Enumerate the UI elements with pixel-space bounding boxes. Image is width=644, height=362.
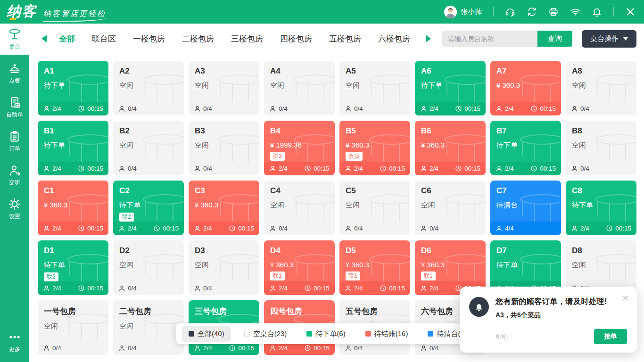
table-card[interactable]: A5空闲 0/4 xyxy=(339,61,410,115)
table-art xyxy=(519,74,561,103)
table-art xyxy=(594,194,636,223)
table-card[interactable]: A7¥ 360.3 2/400:15 xyxy=(490,61,561,115)
printer-icon[interactable] xyxy=(548,7,559,17)
area-tab[interactable]: 六楼包房 xyxy=(378,33,410,44)
legend-label: 待下单(6) xyxy=(315,329,345,338)
table-card-footer: 4/4 xyxy=(490,222,561,235)
table-art xyxy=(141,254,184,283)
table-card[interactable]: C1¥ 360.3 2/400:15 xyxy=(38,181,108,235)
table-badge: 联1 xyxy=(421,272,436,280)
legend-swatch xyxy=(428,331,433,337)
occupancy: 2/4 xyxy=(43,105,61,112)
table-card[interactable]: B1待下单 2/400:15 xyxy=(38,121,108,175)
table-card[interactable]: D1待下单联2 2/400:15 xyxy=(38,240,108,295)
area-tab[interactable]: 四楼包房 xyxy=(280,33,312,44)
table-card-footer: 2/400:15 xyxy=(490,162,561,175)
table-card[interactable]: B4¥ 1999.36拼3 2/400:15 xyxy=(264,121,335,175)
table-card[interactable]: A4空闲 0/4 xyxy=(264,61,335,115)
table-card[interactable]: 二号包房空闲 0/4 xyxy=(113,300,184,355)
table-card[interactable]: B2空闲 0/4 xyxy=(113,121,184,175)
occupancy: 2/4 xyxy=(345,165,363,172)
occupancy: 0/4 xyxy=(269,105,288,112)
table-card[interactable]: B8空闲 0/4 xyxy=(566,121,636,175)
table-art xyxy=(443,134,486,163)
table-card-footer: 2/400:15 xyxy=(415,102,486,115)
brand-logo: 纳客 xyxy=(7,2,37,21)
legend-filter[interactable]: 全部(40) xyxy=(182,326,231,342)
occupancy: 0/4 xyxy=(269,225,288,232)
sidebar: 桌台点餐自助单订单交班设置 更多 xyxy=(0,24,29,362)
close-icon[interactable] xyxy=(625,7,636,17)
table-card[interactable]: A2空闲 0/4 xyxy=(113,61,184,115)
bell-icon[interactable] xyxy=(592,7,602,17)
table-card[interactable]: C8待下单 2/400:15 xyxy=(566,181,636,235)
sidebar-item-cloche[interactable]: 点餐 xyxy=(0,58,29,89)
table-card[interactable]: A6待下单 2/400:15 xyxy=(415,61,486,115)
table-card[interactable]: D3空闲 0/4 xyxy=(189,240,259,295)
area-tab[interactable]: 二楼包房 xyxy=(182,33,214,44)
legend-filter[interactable]: 待结账(16) xyxy=(359,326,415,342)
table-card[interactable]: C3¥ 360.3 2/400:15 xyxy=(189,181,259,235)
tabs-scroll-right-icon[interactable] xyxy=(426,35,431,42)
sidebar-item-label: 订单 xyxy=(9,145,20,153)
sidebar-item-more[interactable]: 更多 xyxy=(0,326,29,357)
table-card[interactable]: B3空闲 0/4 xyxy=(189,121,259,175)
timer: 00:15 xyxy=(455,165,480,172)
table-card[interactable]: C5空闲 0/4 xyxy=(339,181,410,235)
wifi-icon[interactable] xyxy=(570,7,580,17)
order-toast: ✕ 您有新的顾客订单，请及时处理! A3，共6个菜品 刚刚 接单 xyxy=(460,287,637,353)
table-art xyxy=(368,194,410,223)
table-card[interactable]: 一号包房空闲 0/4 xyxy=(38,300,108,355)
table-card[interactable]: C6空闲 0/4 xyxy=(415,181,486,235)
occupancy: 0/4 xyxy=(118,105,137,112)
occupancy: 0/4 xyxy=(194,165,212,172)
toast-close-icon[interactable]: ✕ xyxy=(622,294,629,303)
area-tab[interactable]: 联台区 xyxy=(92,33,116,44)
sidebar-item-clipboard[interactable]: 订单 xyxy=(0,125,29,156)
table-card[interactable]: B7待下单 2/400:15 xyxy=(490,121,561,175)
table-card[interactable]: C2待下单联2 2/400:15 xyxy=(113,181,184,235)
search-input[interactable] xyxy=(442,31,537,47)
area-tab[interactable]: 一楼包房 xyxy=(133,33,165,44)
table-card[interactable]: D2空闲 0/4 xyxy=(113,240,184,295)
toast-title: 您有新的顾客订单，请及时处理! xyxy=(495,297,627,307)
legend-filter[interactable]: 空桌台(23) xyxy=(238,326,294,342)
gear-icon xyxy=(8,197,21,211)
occupancy: 2/4 xyxy=(420,165,438,172)
table-card[interactable]: B6¥ 360.3 2/400:15 xyxy=(415,121,486,175)
area-tab[interactable]: 全部 xyxy=(59,33,75,44)
sidebar-item-receipt[interactable]: 自助单 xyxy=(0,91,29,123)
sidebar-item-gear[interactable]: 设置 xyxy=(0,193,29,224)
table-card[interactable]: A1待下单 2/400:15 xyxy=(38,61,108,115)
timer: 00:15 xyxy=(530,165,556,172)
occupancy: 0/4 xyxy=(571,165,589,172)
table-card[interactable]: A3空闲 0/4 xyxy=(189,61,259,115)
table-art xyxy=(66,254,108,283)
chevron-down-icon xyxy=(623,37,628,43)
table-card[interactable]: B5¥ 360.3会员 2/400:15 xyxy=(339,121,410,175)
table-operations-button[interactable]: 桌台操作 xyxy=(582,30,636,48)
table-card[interactable]: D4¥ 360.3联1 2/400:15 xyxy=(264,240,335,295)
headset-icon[interactable] xyxy=(505,7,515,17)
table-card-footer: 2/400:15 xyxy=(38,102,108,115)
table-art xyxy=(292,254,335,283)
table-card[interactable]: D5¥ 360.3联1 2/400:15 xyxy=(339,240,410,295)
table-card[interactable]: A8空闲 0/4 xyxy=(566,61,636,115)
area-tab[interactable]: 五楼包房 xyxy=(329,33,361,44)
search-button[interactable]: 查询 xyxy=(537,31,572,47)
toast-subtitle: A3，共6个菜品 xyxy=(495,311,627,320)
table-card-footer: 0/4 xyxy=(566,162,636,175)
sidebar-item-table[interactable]: 桌台 xyxy=(0,24,29,55)
table-card[interactable]: C4空闲 0/4 xyxy=(264,181,335,235)
occupancy: 2/4 xyxy=(495,165,514,172)
user-account[interactable]: 张小帅 xyxy=(444,6,482,18)
legend-label: 空桌台(23) xyxy=(253,329,287,338)
timer: 00:15 xyxy=(153,225,179,232)
accept-order-button[interactable]: 接单 xyxy=(594,329,627,344)
sync-icon[interactable] xyxy=(527,7,537,17)
area-tab[interactable]: 三楼包房 xyxy=(231,33,263,44)
table-card[interactable]: C7待清台 4/4 xyxy=(490,181,561,235)
sidebar-item-shift[interactable]: 交班 xyxy=(0,159,29,190)
legend-filter[interactable]: 待下单(6) xyxy=(300,326,352,342)
tabs-scroll-left-icon[interactable] xyxy=(41,35,47,42)
